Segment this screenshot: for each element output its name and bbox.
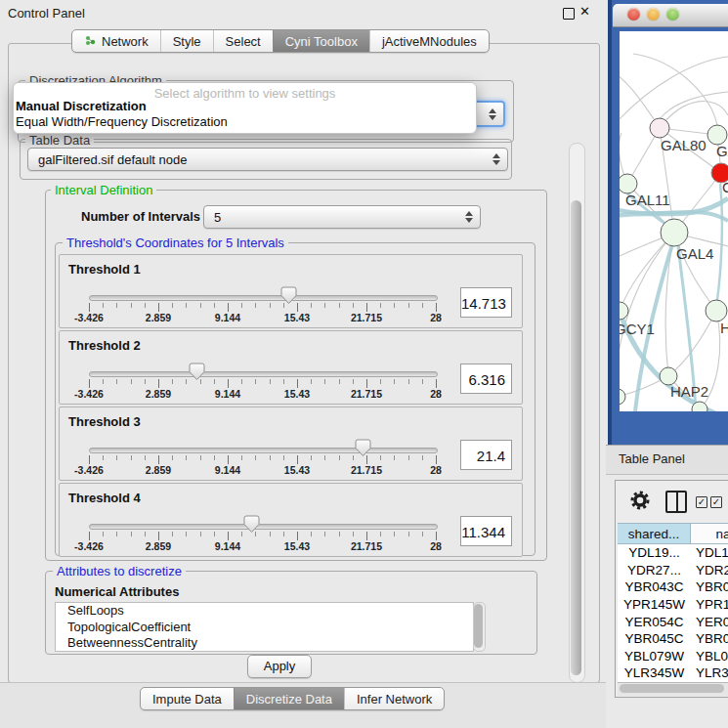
tab-label: Select [226,34,261,49]
table-header-row: shared...name [618,523,728,544]
table-row[interactable]: YDL19...YDL1 [618,544,728,562]
combo-stepper-icon [465,210,474,224]
column-header-name[interactable]: name [691,523,728,544]
apply-button[interactable]: Apply [247,655,312,678]
table-cell: YBR043C [618,578,691,596]
threshold-value-field[interactable]: 6.316 [460,364,512,394]
threshold-slider-thumb[interactable] [189,363,205,381]
threshold-slider-track[interactable] [89,371,438,377]
table-row[interactable]: YER054CYER0 [618,613,728,630]
slider-tick-label: 9.144 [215,388,240,400]
table-data-combobox[interactable]: galFiltered.sif default node [27,148,508,171]
network-node[interactable] [706,300,727,321]
slider-tick-label: 28 [430,464,442,476]
attribute-list-item[interactable]: SelfLoops [56,603,473,620]
node-table[interactable]: shared...nameYDL19...YDL1YDR27...YDR2YBR… [618,523,728,684]
network-edge[interactable] [660,101,728,128]
slider-tick-label: 21.715 [351,540,382,552]
table-row[interactable]: YDR27...YDR2 [618,562,728,579]
network-node[interactable] [620,174,637,193]
slider-tick-label: 2.859 [146,540,171,552]
threshold-slider-thumb[interactable] [355,439,371,457]
select-none-checkbox-icon[interactable]: ✓ [710,496,722,508]
threshold-value-field[interactable]: 21.4 [460,440,512,470]
tab-label: Impute Data [152,692,222,707]
table-row[interactable]: YPR145WYPR1 [618,596,728,614]
close-traffic-light-icon[interactable] [627,8,640,21]
number-of-intervals-combobox[interactable]: 5 [203,205,481,229]
table-row[interactable]: YBR045CYBR0 [618,630,728,648]
threshold-label: Threshold 1 [68,262,141,277]
slider-major-ticks [89,532,437,540]
threshold-slider-track[interactable] [89,295,438,301]
control-panel-tabs: NetworkStyleSelectCyni ToolboxjActiveMNo… [71,29,490,53]
threshold-slider-track[interactable] [89,524,438,530]
table-cell: YBL0 [691,648,728,665]
algorithm-dropdown-popup: Select algorithm to view settings Manual… [13,82,477,134]
threshold-slider-thumb[interactable] [243,515,260,534]
table-cell: YER054C [618,613,691,630]
network-edge[interactable] [660,92,728,119]
numerical-attributes-label: Numerical Attributes [55,584,179,599]
network-node[interactable] [620,389,625,405]
network-canvas[interactable]: GAL80GACGAL11GAL4GCY1HHAP2 [620,31,728,411]
number-of-intervals-label: Number of Intervals [81,209,200,224]
select-all-checkbox-icon[interactable]: ✓ [696,496,707,508]
threshold-slider-track[interactable] [89,448,438,453]
threshold-panel-3: Threshold 3-3.4262.8599.14415.4321.71528… [59,407,523,481]
tab-style[interactable]: Style [160,30,213,52]
table-horizontal-scrollbar-thumb[interactable] [620,684,724,693]
algorithm-option-equal-width[interactable]: Equal Width/Frequency Discretization [16,114,228,129]
slider-tick-label: 15.43 [284,540,310,552]
table-data-value: galFiltered.sif default node [38,152,187,167]
network-node-label: HAP2 [670,383,708,400]
slider-tick-label: -3.426 [74,464,104,476]
show-columns-icon[interactable] [665,491,687,513]
zoom-traffic-light-icon[interactable] [666,8,679,21]
algorithm-option-manual[interactable]: Manual Discretization [16,99,147,113]
network-node-label: GAL80 [661,137,707,153]
gear-icon[interactable] [629,490,651,511]
threshold-value-field[interactable]: 11.344 [460,516,512,546]
attribute-list-item[interactable]: TopologicalCoefficient [56,620,473,636]
minimize-traffic-light-icon[interactable] [647,8,660,21]
numerical-attributes-list[interactable]: SelfLoopsTopologicalCoefficientBetweenne… [55,602,474,652]
tab-impute-data[interactable]: Impute Data [141,688,234,709]
threshold-value-field[interactable]: 14.713 [460,287,512,318]
tab-label: Network [102,34,149,49]
column-header-shared-name[interactable]: shared... [618,523,691,544]
network-node[interactable] [661,219,688,246]
table-row[interactable]: YLR345WYLR3 [618,664,728,682]
slider-tick-label: 15.43 [284,312,310,323]
table-row[interactable]: YBR043CYBR0 [618,578,728,596]
table-cell: YDL19... [618,544,691,562]
network-node-label: C [722,179,728,195]
network-edge[interactable] [633,54,717,125]
thresholds-group-title: Threshold's Coordinates for 5 Intervals [63,236,288,250]
tab-select[interactable]: Select [213,30,273,52]
tab-network[interactable]: Network [72,30,160,52]
tab-jactivemnodules[interactable]: jActiveMNodules [369,30,489,52]
tab-infer-network[interactable]: Infer Network [344,688,444,709]
network-node[interactable] [650,118,669,138]
slider-major-ticks [89,303,437,312]
float-window-icon[interactable] [563,8,575,20]
network-node[interactable] [707,125,727,145]
table-cell: YBR0 [691,578,728,596]
table-cell: YLR345W [618,664,691,682]
panel-scrollbar-thumb[interactable] [571,200,581,675]
tab-label: Style [173,34,201,49]
tab-discretize-data[interactable]: Discretize Data [234,688,344,709]
slider-tick-label: 15.43 [284,388,310,400]
attribute-list-item[interactable]: BetweennessCentrality [56,635,473,652]
slider-tick-label: 9.144 [215,312,240,323]
network-edge[interactable] [620,68,660,128]
table-row[interactable]: YBL079WYBL0 [618,648,728,665]
attributes-list-scrollbar-thumb[interactable] [474,604,483,648]
tab-cyni-toolbox[interactable]: Cyni Toolbox [273,30,369,52]
close-icon[interactable]: ✕ [579,4,590,19]
network-node-label: GCY1 [620,321,655,337]
control-panel-title: Control Panel [8,6,85,21]
threshold-slider-thumb[interactable] [280,286,297,305]
network-node-label: GA [716,143,728,159]
